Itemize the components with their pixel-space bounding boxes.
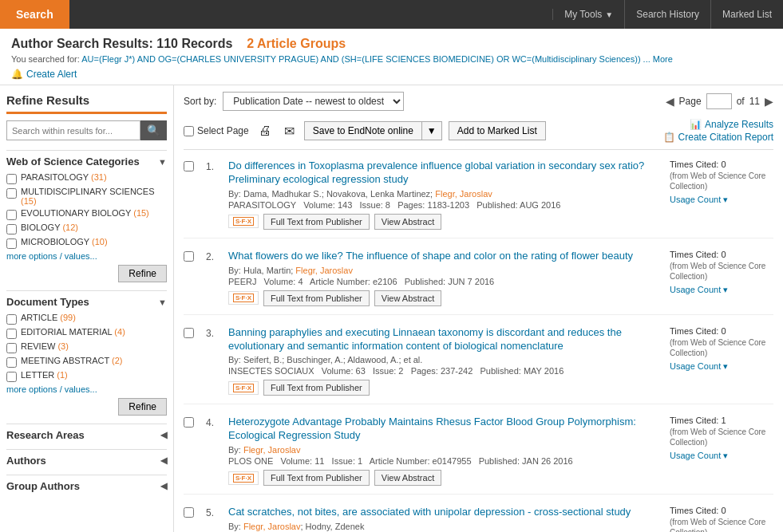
page-prev-btn[interactable]: ◀	[666, 95, 674, 108]
header: Search My Tools ▼ Search History Marked …	[0, 0, 783, 29]
result-3-source: INSECTES SOCIAUX Volume: 63 Issue: 2 Pag…	[228, 366, 663, 376]
group-authors-arrow-icon: ◀	[160, 481, 167, 491]
result-2-checkbox[interactable]	[184, 251, 194, 262]
search-history-link[interactable]: Search History	[624, 0, 710, 29]
email-btn[interactable]: ✉	[281, 122, 298, 140]
search-tab[interactable]: Search	[0, 0, 69, 29]
result-1-abstract-btn[interactable]: View Abstract	[374, 214, 441, 230]
result-2-title[interactable]: What flowers do we like? The influence o…	[228, 250, 663, 263]
checkbox-microbiology[interactable]	[6, 238, 17, 249]
create-alert-btn[interactable]: 🔔 Create Alert	[11, 69, 772, 80]
pagination: ◀ Page 1 of 11 ▶	[666, 93, 773, 109]
result-3-num: 3.	[206, 326, 222, 396]
sfx-logo-4: S·F·X	[233, 474, 254, 483]
result-2-actions: S·F·X Full Text from Publisher View Abst…	[228, 290, 663, 306]
filter-item-meeting: MEETING ABSTRACT (2)	[6, 356, 167, 368]
result-2-abstract-btn[interactable]: View Abstract	[374, 290, 441, 306]
checkbox-editorial[interactable]	[6, 329, 17, 339]
wos-categories-header[interactable]: Web of Science Categories ▼	[6, 150, 167, 167]
article-groups[interactable]: 2 Article Groups	[247, 37, 346, 50]
document-types-arrow-icon: ▼	[158, 298, 167, 307]
bar-chart-icon: 📊	[690, 119, 702, 130]
result-4-body: Heterozygote Advantage Probably Maintain…	[228, 416, 663, 486]
result-4-fulltext-btn[interactable]: Full Text from Publisher	[263, 470, 370, 486]
page-next-btn[interactable]: ▶	[765, 95, 773, 108]
filter-item-article: ARTICLE (99)	[6, 313, 167, 325]
save-endnote-main[interactable]: Save to EndNote online	[304, 121, 421, 140]
result-5-title[interactable]: Cat scratches, not bites, are associated…	[228, 506, 663, 519]
add-to-marked-btn[interactable]: Add to Marked List	[449, 121, 546, 140]
checkbox-evolutionary[interactable]	[6, 210, 17, 220]
document-types-header[interactable]: Document Types ▼	[6, 290, 167, 308]
marked-list-link[interactable]: Marked List	[710, 0, 783, 29]
document-types-more-link[interactable]: more options / values...	[6, 384, 167, 394]
result-4-title-link[interactable]: Heterozygote Advantage Probably Maintain…	[228, 416, 636, 441]
result-1-checkbox[interactable]	[184, 161, 194, 171]
create-citation-link[interactable]: 📋 Create Citation Report	[663, 132, 773, 143]
result-3-title-link[interactable]: Banning paraphylies and executing Linnae…	[228, 326, 622, 352]
group-authors-header[interactable]: Group Authors ◀	[6, 475, 167, 492]
search-within-container: 🔍	[6, 120, 167, 140]
filter-item-editorial: EDITORIAL MATERIAL (4)	[6, 327, 167, 339]
result-1-usage[interactable]: Usage Count ▾	[670, 195, 773, 205]
result-4-checkbox[interactable]	[184, 417, 194, 428]
my-tools-arrow-icon: ▼	[605, 10, 613, 19]
result-4-usage[interactable]: Usage Count ▾	[670, 451, 773, 461]
filter-item-biology: BIOLOGY (12)	[6, 223, 167, 234]
checkbox-letter[interactable]	[6, 372, 17, 382]
result-3-body: Banning paraphylies and executing Linnae…	[228, 326, 663, 396]
research-areas-header[interactable]: Research Areas ◀	[6, 424, 167, 441]
sort-left: Sort by: Publication Date -- newest to o…	[184, 92, 404, 111]
result-1-title[interactable]: Do differences in Toxoplasma prevalence …	[228, 160, 663, 187]
result-4-times-cited: Times Cited: 1	[670, 416, 773, 425]
result-4-actions: S·F·X Full Text from Publisher View Abst…	[228, 470, 663, 486]
research-areas-section: Research Areas ◀	[6, 424, 167, 441]
result-3-sfx-container: S·F·X	[228, 381, 259, 395]
search-within-button[interactable]: 🔍	[140, 120, 167, 140]
result-5-title-link[interactable]: Cat scratches, not bites, are associated…	[228, 506, 631, 518]
document-types-refine-btn[interactable]: Refine	[118, 398, 167, 416]
result-item-3: 3. Banning paraphylies and executing Lin…	[184, 326, 773, 405]
analyze-results-link[interactable]: 📊 Analyze Results	[690, 119, 773, 130]
checkbox-review[interactable]	[6, 343, 17, 353]
my-tools-menu[interactable]: My Tools ▼	[552, 9, 624, 20]
sort-select[interactable]: Publication Date -- newest to oldest Pub…	[223, 92, 404, 111]
select-page-checkbox[interactable]	[184, 126, 194, 136]
checkbox-article[interactable]	[6, 314, 17, 325]
result-2-fulltext-btn[interactable]: Full Text from Publisher	[263, 290, 370, 306]
checkbox-meeting[interactable]	[6, 357, 17, 368]
authors-header[interactable]: Authors ◀	[6, 449, 167, 467]
more-query-link[interactable]: More	[653, 54, 673, 64]
checkbox-biology[interactable]	[6, 224, 17, 234]
results-count: 110 Records	[156, 37, 232, 50]
print-btn[interactable]: 🖨	[255, 122, 275, 140]
result-5-meta: Times Cited: 0 (from Web of Science Core…	[670, 506, 773, 532]
result-3-title[interactable]: Banning paraphylies and executing Linnae…	[228, 326, 663, 353]
result-3-fulltext-btn[interactable]: Full Text from Publisher	[263, 380, 370, 396]
result-2-highlight: Flegr, Jaroslav	[295, 266, 353, 275]
result-item-2: 2. What flowers do we like? The influenc…	[184, 250, 773, 315]
result-1-meta: Times Cited: 0 (from Web of Science Core…	[670, 160, 773, 230]
wos-categories-more-link[interactable]: more options / values...	[6, 251, 167, 261]
page-input[interactable]: 1	[706, 93, 732, 109]
result-4-title[interactable]: Heterozygote Advantage Probably Maintain…	[228, 416, 663, 443]
checkbox-parasitology[interactable]	[6, 174, 17, 184]
result-5-highlight: Flegr, Jaroslav	[243, 522, 301, 531]
sfx-logo-2: S·F·X	[233, 294, 254, 302]
search-within-input[interactable]	[6, 120, 140, 140]
result-5-checkbox[interactable]	[184, 507, 194, 518]
result-2-title-link[interactable]: What flowers do we like? The influence o…	[228, 250, 633, 262]
result-3-wos: (from Web of Science Core Collection)	[670, 337, 773, 358]
result-1-body: Do differences in Toxoplasma prevalence …	[228, 160, 663, 230]
result-3-actions: S·F·X Full Text from Publisher	[228, 380, 663, 396]
save-endnote-arrow[interactable]: ▼	[421, 121, 442, 140]
result-2-usage[interactable]: Usage Count ▾	[670, 285, 773, 295]
wos-categories-refine-btn[interactable]: Refine	[118, 265, 167, 282]
result-1-fulltext-btn[interactable]: Full Text from Publisher	[263, 214, 370, 230]
checkbox-multidisciplinary[interactable]	[6, 188, 17, 199]
result-3-usage[interactable]: Usage Count ▾	[670, 361, 773, 372]
result-1-title-link[interactable]: Do differences in Toxoplasma prevalence …	[228, 160, 644, 185]
result-4-abstract-btn[interactable]: View Abstract	[374, 470, 441, 486]
result-3-checkbox[interactable]	[184, 328, 194, 338]
result-3-authors: By: Seifert, B.; Buschinger, A.; Aldawoo…	[228, 355, 663, 365]
